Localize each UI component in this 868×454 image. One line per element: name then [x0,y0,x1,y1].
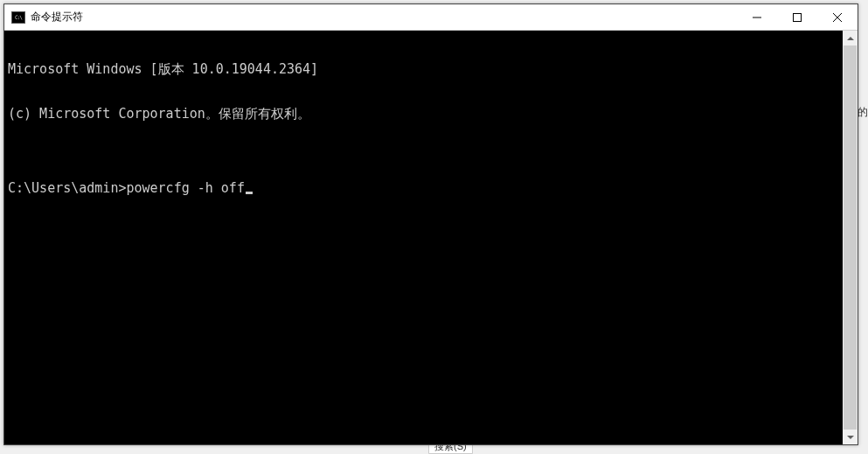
terminal-output-line: (c) Microsoft Corporation。保留所有权利。 [8,107,839,122]
terminal-prompt-line: C:\Users\admin>powercfg -h off [8,181,839,196]
terminal-command-input[interactable]: powercfg -h off [126,181,244,196]
svg-marker-5 [847,436,854,439]
svg-rect-1 [794,13,802,21]
terminal-content[interactable]: Microsoft Windows [版本 10.0.19044.2364] (… [4,31,843,444]
scroll-up-button[interactable] [843,31,858,45]
terminal-output-line: Microsoft Windows [版本 10.0.19044.2364] [8,62,839,77]
command-prompt-window: C:\ 命令提示符 Microsoft Windows [版本 10.0.190… [3,3,858,445]
scroll-down-button[interactable] [843,430,858,444]
scrollbar-thumb[interactable] [844,45,857,430]
cmd-icon: C:\ [11,11,25,24]
close-button[interactable] [817,4,858,30]
background-text-fragment: 的 [858,105,868,120]
cursor-icon [246,192,253,194]
window-title: 命令提示符 [31,10,737,24]
scrollbar-track[interactable] [843,45,858,430]
titlebar[interactable]: C:\ 命令提示符 [4,4,858,31]
minimize-button[interactable] [737,4,777,30]
vertical-scrollbar[interactable] [843,31,858,444]
maximize-button[interactable] [777,4,817,30]
window-controls [737,4,858,30]
terminal-prompt: C:\Users\admin> [8,181,126,196]
svg-marker-4 [847,37,854,40]
terminal-body: Microsoft Windows [版本 10.0.19044.2364] (… [4,31,858,444]
